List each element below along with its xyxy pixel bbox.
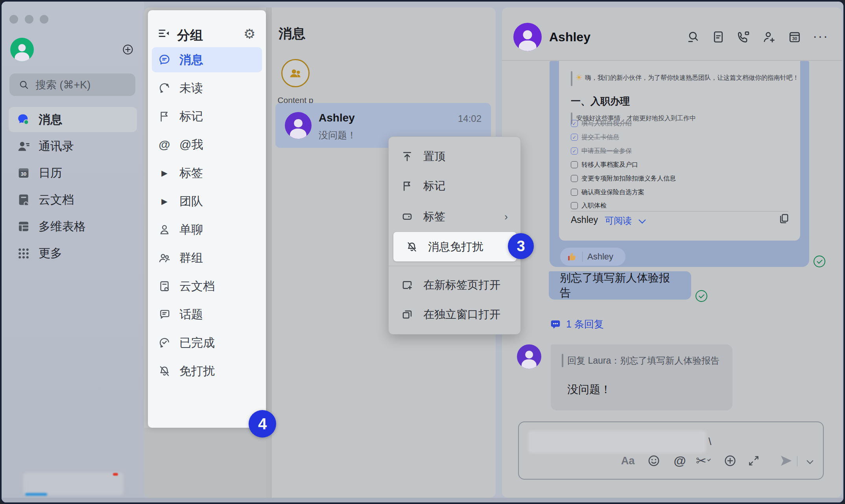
group-item-direct-chats[interactable]: 单聊	[152, 217, 262, 242]
search-icon	[18, 79, 30, 91]
read-receipt-icon	[696, 290, 707, 302]
group-item-labels[interactable]: ▶ 标签	[152, 160, 262, 186]
chat-avatar[interactable]	[513, 23, 542, 51]
group-item-group-chats[interactable]: 群组	[152, 245, 262, 270]
doc-preview-card[interactable]: ☀ 嗨，我们的新小伙伴，为了帮你快速熟悉团队，让这篇文档做你的指南针吧！ 一、入…	[559, 61, 800, 241]
open-new-tab-icon	[401, 279, 413, 291]
checkbox-checked-icon[interactable]	[571, 147, 578, 155]
flag-icon	[158, 110, 171, 123]
search-input[interactable]: 搜索 (⌘+K)	[9, 74, 135, 96]
groups-panel-header: 分组 ⚙	[148, 22, 266, 47]
group-item-label: 话题	[179, 307, 203, 323]
sidebar-item-label: 多维表格	[39, 219, 86, 235]
expand-composer-button[interactable]	[747, 454, 761, 468]
reaction-pill[interactable]: Ashley	[560, 248, 625, 266]
chat-docs-icon[interactable]	[711, 30, 725, 44]
doc-card-divider	[571, 211, 788, 212]
notification-dot	[113, 473, 118, 476]
sidebar-item-base[interactable]: 多维表格	[9, 214, 137, 239]
checkbox-icon[interactable]	[571, 161, 578, 168]
video-call-icon[interactable]	[736, 30, 751, 44]
doc-message-bubble[interactable]: ☀ 嗨，我们的新小伙伴，为了帮你快速熟悉团队，让这篇文档做你的指南针吧！ 一、入…	[550, 61, 809, 267]
redacted-draft-text	[528, 431, 706, 453]
group-item-muted[interactable]: 免打扰	[152, 359, 262, 384]
gear-icon[interactable]: ⚙	[244, 26, 255, 42]
calendar-icon[interactable]: 30	[788, 30, 802, 44]
group-item-label: 云文档	[179, 278, 215, 294]
chat-header: Ashley 30 ···	[502, 7, 842, 61]
checkbox-checked-icon[interactable]	[571, 134, 578, 141]
sidebar-item-contacts[interactable]: 通讯录	[9, 134, 137, 159]
checklist-item: 申请五险一金参保	[571, 146, 791, 156]
group-item-docs[interactable]: 云文档	[152, 274, 262, 299]
svg-text:30: 30	[21, 171, 26, 177]
pinned-group-avatar[interactable]	[281, 59, 310, 87]
checklist-item: 转移人事档案及户口	[571, 160, 791, 169]
group-item-done[interactable]: 已完成	[152, 330, 262, 355]
reply-avatar[interactable]	[517, 344, 541, 369]
group-item-mentions[interactable]: @ @我	[152, 132, 262, 157]
checklist-item: 入职体检	[571, 201, 791, 210]
menu-item-open-new-tab[interactable]: 在新标签页打开	[389, 272, 520, 298]
window-zoom-button[interactable]	[40, 15, 48, 24]
screenshot-scissors-button[interactable]: ✂	[696, 454, 710, 468]
thread-replies-link[interactable]: 1 条回复	[550, 318, 604, 331]
menu-item-mute[interactable]: 消息免打扰	[393, 232, 517, 261]
chat-title: Ashley	[549, 30, 590, 44]
window-close-button[interactable]	[9, 15, 18, 24]
flag-icon	[401, 180, 413, 192]
sidebar-item-docs[interactable]: 云文档	[9, 187, 137, 212]
group-item-messages[interactable]: 消息	[152, 47, 262, 72]
group-item-teams[interactable]: ▶ 团队	[152, 189, 262, 214]
group-item-topics[interactable]: 话题	[152, 302, 262, 327]
more-options-icon[interactable]: ···	[813, 30, 827, 44]
thumbs-up-icon	[566, 251, 577, 262]
group-item-label: 标记	[179, 109, 203, 125]
read-receipt-icon	[814, 256, 825, 267]
reply-message-bubble[interactable]: 回复 Laura：别忘了填写新人体验报告 没问题！	[551, 344, 732, 410]
doc-intro-quote: 嗨，我们的新小伙伴，为了帮你快速熟悉团队，让这篇文档做你的指南针吧！	[585, 74, 797, 82]
mention-button[interactable]: @	[673, 454, 687, 468]
checkbox-icon[interactable]	[571, 175, 578, 182]
checklist-item: 变更专项附加扣除扣缴义务人信息	[571, 174, 791, 183]
menu-item-pin[interactable]: 置顶	[389, 144, 520, 169]
window-minimize-button[interactable]	[25, 15, 33, 24]
menu-item-flag[interactable]: 标记	[389, 173, 520, 199]
checkbox-checked-icon[interactable]	[571, 120, 578, 127]
copy-icon[interactable]	[778, 213, 790, 224]
message-composer[interactable]: \ Aa @ ✂	[518, 421, 824, 480]
at-icon: @	[158, 138, 171, 151]
sidebar-item-more[interactable]: 更多	[9, 241, 137, 266]
send-options-chevron[interactable]	[803, 454, 817, 468]
collapse-panel-icon[interactable]	[157, 27, 171, 40]
menu-item-open-window[interactable]: 在独立窗口打开	[389, 302, 520, 327]
mute-bell-icon	[158, 365, 171, 377]
chevron-down-icon[interactable]	[638, 216, 646, 223]
checkbox-icon[interactable]	[571, 202, 578, 209]
groups-panel-shadow-area	[144, 428, 266, 498]
cloud-doc-icon	[158, 280, 171, 292]
attach-plus-button[interactable]	[723, 454, 737, 468]
add-member-icon[interactable]	[762, 30, 776, 44]
group-item-flagged[interactable]: 标记	[152, 104, 262, 129]
group-item-unread[interactable]: 未读	[152, 75, 262, 101]
menu-item-label-tag[interactable]: 标签 ›	[389, 204, 520, 229]
message-list-title: 消息	[279, 25, 305, 43]
conversation-time: 14:02	[458, 113, 482, 124]
chat-search-icon[interactable]	[686, 30, 700, 44]
emoji-button[interactable]	[647, 454, 661, 468]
text-message-bubble[interactable]: 别忘了填写新人体验报告	[549, 271, 691, 300]
text-format-button[interactable]: Aa	[621, 454, 635, 468]
checkbox-icon[interactable]	[571, 189, 578, 196]
sidebar-item-messages[interactable]: 消息	[9, 107, 137, 132]
add-icon[interactable]	[122, 44, 134, 55]
mute-bell-icon	[406, 241, 418, 253]
doc-permission-dropdown[interactable]: 可阅读	[605, 215, 632, 227]
send-button[interactable]	[779, 454, 793, 468]
app-sidebar: 搜索 (⌘+K) 消息 通讯录 30 日历 云文档	[2, 2, 144, 502]
tutorial-step-badge-3: 3	[508, 233, 534, 259]
sidebar-item-label: 更多	[39, 245, 62, 261]
submenu-chevron-icon: ›	[504, 211, 508, 223]
user-avatar[interactable]	[10, 38, 34, 61]
sidebar-item-calendar[interactable]: 30 日历	[9, 160, 137, 186]
